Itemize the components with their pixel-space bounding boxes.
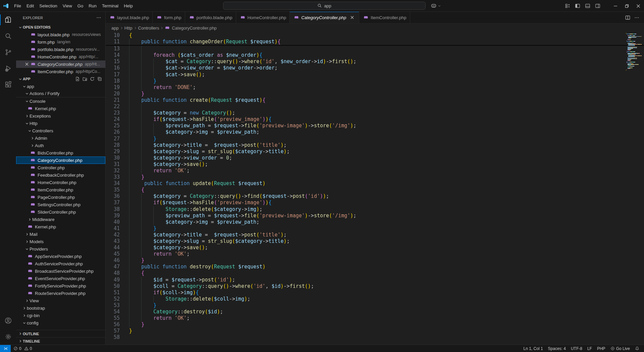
tree-folder-config[interactable]: config xyxy=(16,319,105,326)
line-number[interactable]: 53 xyxy=(106,302,120,309)
line-number[interactable]: 11 xyxy=(106,39,120,45)
code-line[interactable]: 37 if($request->hasFile('preview-image')… xyxy=(106,200,644,206)
line-number[interactable]: 31 xyxy=(106,161,120,168)
code-line[interactable]: 39 $preview_path = $request->file('previ… xyxy=(106,213,644,219)
tree-folder-controllers[interactable]: Controllers xyxy=(16,127,105,134)
status-encoding[interactable]: UTF-8 xyxy=(571,346,582,351)
code-line[interactable]: 18 } xyxy=(106,78,644,84)
code-line[interactable]: 23 $category = new Category(); xyxy=(106,110,644,116)
tree-folder-auth[interactable]: Auth xyxy=(16,142,105,149)
open-editor-item[interactable]: HomeController.phpapp/Http/... xyxy=(16,53,105,60)
tab-itemcontroller-php[interactable]: ItemController.php xyxy=(359,12,410,23)
status-language[interactable]: PHP xyxy=(597,346,605,351)
breadcrumb-item[interactable]: Http xyxy=(124,26,132,31)
line-number[interactable]: 25 xyxy=(106,123,120,129)
code-line[interactable]: 50 $coll = Category::query()->where('id'… xyxy=(106,283,644,290)
tree-file-broadcastserviceprovider-php[interactable]: BroadcastServiceProvider.php xyxy=(16,267,105,275)
problems-summary[interactable]: 0 0 xyxy=(11,346,35,351)
tree-file-categorycontroller-php[interactable]: CategoryController.php xyxy=(16,157,105,164)
new-file-icon[interactable] xyxy=(75,77,80,81)
code-line[interactable]: 21 public function create(Request $reque… xyxy=(106,97,644,103)
line-number[interactable]: 39 xyxy=(106,213,120,219)
code-line[interactable]: 46 } xyxy=(106,257,644,264)
code-line[interactable]: 33 } xyxy=(106,174,644,180)
code-line[interactable]: 26 $category->img = $preview_path; xyxy=(106,129,644,135)
line-number[interactable]: 49 xyxy=(106,277,120,283)
code-line[interactable]: 57} xyxy=(106,328,644,334)
activity-extensions-icon[interactable] xyxy=(0,76,16,92)
line-number[interactable]: 36 xyxy=(106,193,120,200)
open-editor-item[interactable]: form.phplang/en xyxy=(16,38,105,46)
minimize-button[interactable] xyxy=(610,0,621,12)
line-number[interactable]: 58 xyxy=(106,334,120,341)
menu-help[interactable]: Help xyxy=(121,2,136,9)
line-number[interactable]: 46 xyxy=(106,257,120,264)
customize-layout-icon[interactable] xyxy=(565,3,570,8)
breadcrumb-item[interactable]: app xyxy=(111,26,119,31)
tree-file-itemcontroller-php[interactable]: ItemController.php xyxy=(16,186,105,193)
toggle-panel-icon[interactable] xyxy=(585,3,590,8)
line-number[interactable]: 16 xyxy=(106,65,120,71)
tree-file-controller-php[interactable]: Controller.php xyxy=(16,164,105,171)
code-line[interactable]: 48 { xyxy=(106,270,644,276)
open-editors-header[interactable]: OPEN EDITORS xyxy=(16,24,105,31)
code-line[interactable]: 53 } xyxy=(106,302,644,309)
close-button[interactable] xyxy=(633,0,644,12)
line-number[interactable]: 32 xyxy=(106,168,120,174)
line-number[interactable]: 14 xyxy=(106,52,120,58)
code-line[interactable]: 13 xyxy=(106,46,644,52)
line-number[interactable]: 18 xyxy=(106,78,120,84)
code-line[interactable]: 43 $category->slug = str_slug($category-… xyxy=(106,238,644,245)
tab-portfolio-blade-php[interactable]: portfolio.blade.php xyxy=(185,12,236,23)
tree-file-kernel-php[interactable]: Kernel.php xyxy=(16,105,105,112)
code-line[interactable]: 15 $cat = Category::query()->where('id',… xyxy=(106,58,644,65)
line-number[interactable]: 30 xyxy=(106,155,120,161)
line-number[interactable]: 37 xyxy=(106,200,120,206)
line-number[interactable]: 38 xyxy=(106,206,120,213)
tab-close-icon[interactable] xyxy=(350,15,356,19)
line-number[interactable]: 42 xyxy=(106,232,120,238)
code-line[interactable]: 20 } xyxy=(106,91,644,97)
code-line[interactable]: 55 return 'OK'; xyxy=(106,315,644,321)
line-number[interactable]: 43 xyxy=(106,238,120,245)
code-line[interactable]: 16 $cat->view_order = $new_order->order; xyxy=(106,65,644,71)
line-number[interactable]: 33 xyxy=(106,174,120,180)
breadcrumb-item[interactable]: Controllers xyxy=(138,26,159,31)
notifications-bell-icon[interactable] xyxy=(635,346,639,351)
status-cursor-position[interactable]: Ln 1, Col 1 xyxy=(524,346,543,351)
status-eol[interactable]: LF xyxy=(587,346,592,351)
code-line[interactable]: 56 } xyxy=(106,321,644,328)
line-number[interactable]: 44 xyxy=(106,245,120,251)
line-number[interactable]: 52 xyxy=(106,296,120,302)
toggle-secondary-sidebar-icon[interactable] xyxy=(595,3,600,8)
code-line[interactable]: 25 $preview_path = $request->file('previ… xyxy=(106,123,644,129)
tree-folder-app[interactable]: app xyxy=(16,83,105,90)
menu-edit[interactable]: Edit xyxy=(24,2,37,9)
refresh-icon[interactable] xyxy=(90,77,95,81)
tree-folder-bootstrap[interactable]: bootstrap xyxy=(16,304,105,312)
status-go-live[interactable]: Go Live xyxy=(610,346,630,351)
code-line[interactable]: 44 $category->save(); xyxy=(106,245,644,251)
code-line[interactable]: 42 $category->title = $request->post('ti… xyxy=(106,232,644,238)
activity-run-debug-icon[interactable] xyxy=(0,60,16,76)
collapse-all-icon[interactable] xyxy=(97,77,102,81)
menu-go[interactable]: Go xyxy=(75,2,86,9)
tree-folder-mail[interactable]: Mail xyxy=(16,230,105,238)
tree-file-bidscontroller-php[interactable]: BidsController.php xyxy=(16,149,105,157)
open-editor-item[interactable]: CategoryController.phpapp/Ht... xyxy=(16,60,105,68)
code-editor[interactable]: 10{11 public function changeOrder(Reques… xyxy=(106,32,644,345)
remote-indicator[interactable] xyxy=(0,345,11,352)
menu-view[interactable]: View xyxy=(60,2,75,9)
tab-categorycontroller-php[interactable]: CategoryController.php xyxy=(290,12,359,23)
app-section-header[interactable]: APP xyxy=(16,75,105,83)
code-line[interactable]: 30 $category->view_order = 0; xyxy=(106,155,644,161)
tree-folder-middleware[interactable]: Middleware xyxy=(16,216,105,223)
line-number[interactable]: 13 xyxy=(106,46,120,52)
close-icon[interactable] xyxy=(24,62,30,66)
command-center-search[interactable]: app xyxy=(223,2,426,10)
line-number[interactable]: 24 xyxy=(106,116,120,123)
line-number[interactable]: 26 xyxy=(106,129,120,135)
split-editor-icon[interactable] xyxy=(625,15,630,20)
menu-run[interactable]: Run xyxy=(86,2,99,9)
tab-layout-blade-php[interactable]: layout.blade.php xyxy=(106,12,153,23)
